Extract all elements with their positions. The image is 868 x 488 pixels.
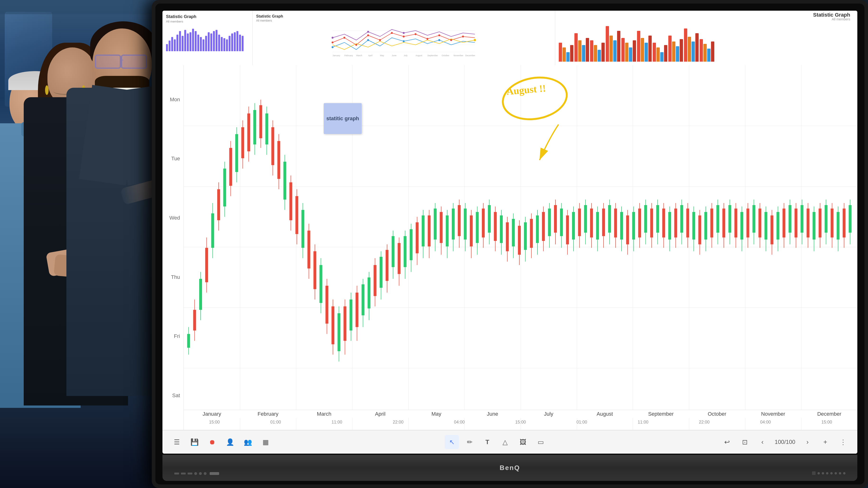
shape-button[interactable]: △ [498, 435, 512, 449]
bar-mini-item [184, 30, 186, 51]
bar-group-item [700, 39, 714, 62]
svg-rect-77 [307, 231, 310, 268]
port-circle-2 [822, 472, 824, 475]
svg-rect-229 [764, 212, 767, 240]
svg-rect-87 [338, 313, 340, 351]
svg-rect-51 [229, 148, 232, 186]
mini-chart-left-subtitle: All members [166, 20, 249, 23]
monitor-ports-right [812, 471, 845, 475]
svg-rect-127 [458, 205, 461, 236]
bar-red [621, 38, 625, 62]
svg-text:November: November [454, 54, 463, 57]
x-time-1: 15:00 [184, 420, 245, 425]
bar-mini-item [234, 32, 236, 51]
bar-group-item [668, 36, 683, 62]
svg-rect-249 [825, 205, 828, 233]
bar-darkred [664, 45, 668, 62]
svg-rect-201 [680, 205, 683, 233]
x-month-feb: February [240, 411, 296, 417]
port-led-1 [194, 472, 197, 475]
save-icon: 💾 [190, 438, 199, 446]
y-label-fri: Fri [164, 333, 182, 339]
bar-darkred [695, 33, 699, 62]
shape-icon: △ [502, 438, 508, 446]
grid-icon: ▦ [262, 438, 269, 446]
bar-mini-item [237, 31, 238, 51]
eraser-icon: ▭ [538, 438, 544, 446]
svg-rect-95 [362, 284, 365, 315]
mini-chart-left-title: Statistic Graph [166, 14, 249, 19]
svg-rect-79 [313, 251, 316, 289]
toolbar-right: ↩ ⊡ ‹ 100/100 › + [720, 435, 850, 449]
image-button[interactable]: 🖼 [516, 435, 530, 449]
svg-point-12 [426, 38, 428, 40]
mini-chart-middle-subtitle: All members [256, 19, 551, 22]
page-counter: 100/100 [773, 439, 797, 445]
svg-rect-257 [848, 205, 851, 233]
bar-mini-item [177, 35, 178, 51]
bar-mini-item [231, 33, 233, 51]
menu-button[interactable]: ☰ [169, 435, 184, 449]
prev-button[interactable]: ‹ [755, 435, 770, 449]
undo-button[interactable]: ↩ [720, 435, 734, 449]
x-time-5: 04:00 [429, 420, 490, 425]
bar-mini-item [242, 36, 244, 51]
users-button[interactable]: 👥 [241, 435, 255, 449]
svg-rect-217 [728, 205, 731, 233]
port-led-2 [199, 472, 202, 475]
svg-rect-235 [783, 208, 785, 237]
svg-rect-175 [602, 208, 605, 236]
bar-darkred [617, 31, 620, 62]
svg-rect-53 [235, 134, 238, 172]
save-button[interactable]: 💾 [187, 435, 202, 449]
svg-rect-221 [740, 212, 743, 240]
svg-point-7 [367, 34, 369, 36]
x-time-7: 01:00 [551, 420, 612, 425]
svg-rect-101 [380, 257, 382, 288]
svg-rect-147 [518, 226, 521, 255]
port-power[interactable] [812, 471, 815, 475]
svg-rect-169 [584, 205, 587, 233]
screen-button[interactable]: ⊡ [738, 435, 752, 449]
bar-mini-item [226, 39, 228, 51]
display-frame: Statistic Graph All members Statistic Gr… [152, 0, 868, 488]
x-month-jan: January [184, 411, 240, 417]
svg-point-10 [403, 36, 405, 37]
monitor-bottom-bar: BenQ [162, 455, 857, 481]
bar-red [575, 33, 578, 62]
x-month-dec: December [801, 411, 857, 417]
user-button[interactable]: 👤 [223, 435, 237, 449]
benq-logo: BenQ [500, 464, 520, 471]
zoom-button[interactable]: + [818, 435, 832, 449]
bar-blue [707, 49, 711, 62]
eraser-button[interactable]: ▭ [534, 435, 548, 449]
next-button[interactable]: › [800, 435, 815, 449]
more-button[interactable]: ⋮ [836, 435, 850, 449]
grid-button[interactable]: ▦ [258, 435, 273, 449]
bar-orange [704, 44, 707, 62]
bar-darkred [586, 38, 589, 62]
x-time-10: 04:00 [735, 420, 796, 425]
cursor-button[interactable]: ↖ [445, 435, 459, 449]
bar-orange [562, 48, 566, 62]
bar-mini-item [205, 36, 207, 51]
bar-mini-item [189, 32, 191, 51]
svg-point-17 [367, 39, 369, 41]
text-icon: T [486, 438, 489, 446]
svg-rect-97 [368, 277, 370, 308]
svg-rect-225 [752, 205, 755, 233]
svg-point-13 [438, 34, 440, 36]
port-circle-7 [843, 472, 845, 475]
bar-darkred [633, 40, 636, 62]
x-time-9: 22:00 [674, 420, 735, 425]
text-button[interactable]: T [480, 435, 494, 449]
svg-rect-209 [704, 212, 707, 240]
pen-button[interactable]: ✏ [462, 435, 477, 449]
svg-point-4 [332, 41, 334, 43]
svg-rect-163 [566, 216, 569, 244]
svg-rect-171 [590, 208, 593, 237]
record-button[interactable]: ⏺ [205, 435, 219, 449]
bar-blue [691, 41, 695, 62]
svg-rect-167 [578, 208, 581, 236]
svg-rect-47 [217, 189, 220, 220]
